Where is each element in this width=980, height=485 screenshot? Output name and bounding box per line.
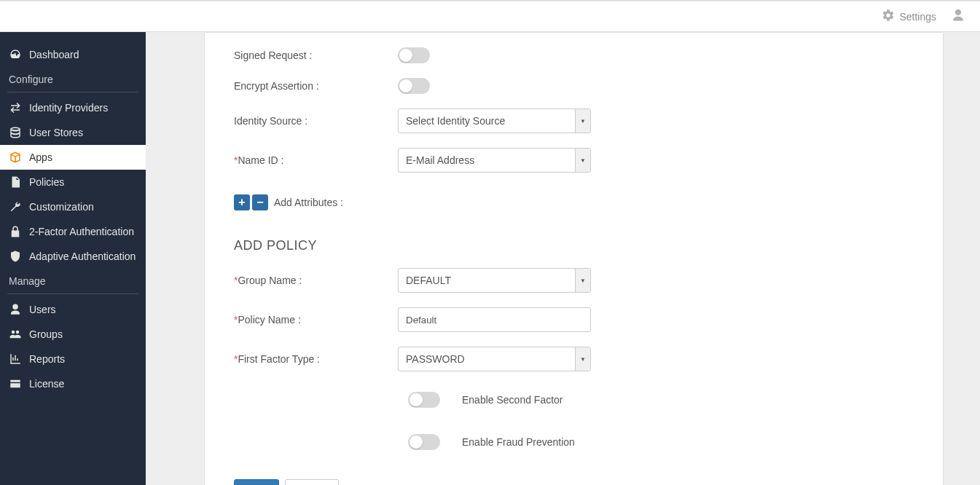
gear-icon bbox=[882, 9, 899, 24]
sidebar-label: Dashboard bbox=[29, 49, 79, 60]
database-icon bbox=[9, 126, 22, 139]
add-attributes-label: Add Attributes : bbox=[274, 197, 343, 208]
encrypt-assertion-label: Encrypt Assertion : bbox=[234, 80, 398, 92]
group-name-value: DEFAULT bbox=[406, 275, 451, 286]
main-content: Signed Request : Encrypt Assertion : Ide… bbox=[146, 32, 980, 485]
form-card: Signed Request : Encrypt Assertion : Ide… bbox=[204, 32, 944, 485]
topbar: Settings bbox=[0, 0, 980, 32]
sidebar-label: Identity Providers bbox=[29, 102, 108, 114]
sidebar-item-reports[interactable]: Reports bbox=[0, 347, 146, 371]
divider bbox=[7, 92, 138, 92]
sidebar-item-policies[interactable]: Policies bbox=[0, 170, 146, 194]
sidebar-section-manage: Manage bbox=[0, 269, 146, 293]
sidebar-item-groups[interactable]: Groups bbox=[0, 322, 146, 347]
first-factor-label: *First Factor Type : bbox=[234, 353, 398, 365]
user-icon bbox=[951, 13, 965, 25]
name-id-select[interactable]: E-Mail Address bbox=[398, 148, 591, 173]
dashboard-icon bbox=[9, 48, 22, 61]
box-icon bbox=[9, 151, 22, 164]
sidebar-label: Customization bbox=[29, 201, 94, 213]
identity-source-value: Select Identity Source bbox=[406, 115, 505, 127]
sidebar-label: Apps bbox=[29, 151, 52, 163]
sidebar-label: User Stores bbox=[29, 127, 83, 138]
sidebar-item-user-stores[interactable]: User Stores bbox=[0, 120, 146, 145]
add-attribute-button[interactable]: + bbox=[234, 194, 250, 210]
signed-request-label: Signed Request : bbox=[234, 50, 398, 61]
sidebar: Dashboard Configure Identity Providers U… bbox=[0, 32, 146, 485]
add-policy-heading: ADD POLICY bbox=[234, 238, 914, 253]
enable-fraud-prevention-label: Enable Fraud Prevention bbox=[462, 436, 575, 448]
cancel-button[interactable]: Cancel bbox=[285, 479, 339, 485]
shield-icon bbox=[9, 250, 22, 263]
identity-source-select[interactable]: Select Identity Source bbox=[398, 109, 591, 133]
sidebar-item-adaptive-auth[interactable]: Adaptive Authentication bbox=[0, 244, 146, 269]
enable-second-factor-toggle[interactable] bbox=[408, 392, 440, 408]
sidebar-label: Adaptive Authentication bbox=[29, 251, 136, 262]
settings-label: Settings bbox=[899, 11, 936, 23]
first-factor-select[interactable]: PASSWORD bbox=[398, 347, 591, 371]
signed-request-toggle[interactable] bbox=[398, 47, 430, 63]
settings-link[interactable]: Settings bbox=[882, 9, 936, 24]
policy-name-input[interactable] bbox=[398, 307, 591, 332]
enable-second-factor-label: Enable Second Factor bbox=[462, 394, 563, 406]
sidebar-label: Users bbox=[29, 304, 56, 315]
sidebar-section-configure: Configure bbox=[0, 67, 146, 92]
sidebar-item-apps[interactable]: Apps bbox=[0, 145, 146, 170]
name-id-label: *Name ID : bbox=[234, 154, 398, 166]
user-menu[interactable] bbox=[951, 8, 965, 25]
group-name-select[interactable]: DEFAULT bbox=[398, 268, 591, 293]
remove-attribute-button[interactable]: − bbox=[252, 194, 268, 210]
sidebar-item-customization[interactable]: Customization bbox=[0, 194, 146, 219]
sidebar-item-2fa[interactable]: 2-Factor Authentication bbox=[0, 219, 146, 244]
save-button[interactable]: Save bbox=[234, 479, 279, 485]
sidebar-label: License bbox=[29, 378, 64, 390]
wrench-icon bbox=[9, 200, 22, 213]
enable-fraud-prevention-toggle[interactable] bbox=[408, 434, 440, 450]
first-factor-value: PASSWORD bbox=[406, 353, 465, 365]
document-icon bbox=[9, 176, 22, 189]
chart-icon bbox=[9, 352, 22, 366]
divider bbox=[7, 293, 138, 294]
user-icon bbox=[9, 303, 22, 316]
sidebar-item-license[interactable]: License bbox=[0, 371, 146, 396]
identity-source-label: Identity Source : bbox=[234, 115, 398, 127]
lock-icon bbox=[9, 225, 22, 238]
encrypt-assertion-toggle[interactable] bbox=[398, 78, 430, 94]
group-icon bbox=[9, 328, 22, 341]
sidebar-label: Policies bbox=[29, 176, 64, 188]
sidebar-item-identity-providers[interactable]: Identity Providers bbox=[0, 95, 146, 120]
sidebar-label: Reports bbox=[29, 353, 65, 365]
name-id-value: E-Mail Address bbox=[406, 154, 474, 166]
sidebar-item-dashboard[interactable]: Dashboard bbox=[0, 42, 146, 67]
sidebar-label: Groups bbox=[29, 328, 63, 340]
group-name-label: *Group Name : bbox=[234, 275, 398, 286]
policy-name-label: *Policy Name : bbox=[234, 314, 398, 326]
sidebar-item-users[interactable]: Users bbox=[0, 297, 146, 322]
sidebar-label: 2-Factor Authentication bbox=[29, 226, 134, 237]
exchange-icon bbox=[9, 101, 22, 114]
card-icon bbox=[9, 377, 22, 390]
